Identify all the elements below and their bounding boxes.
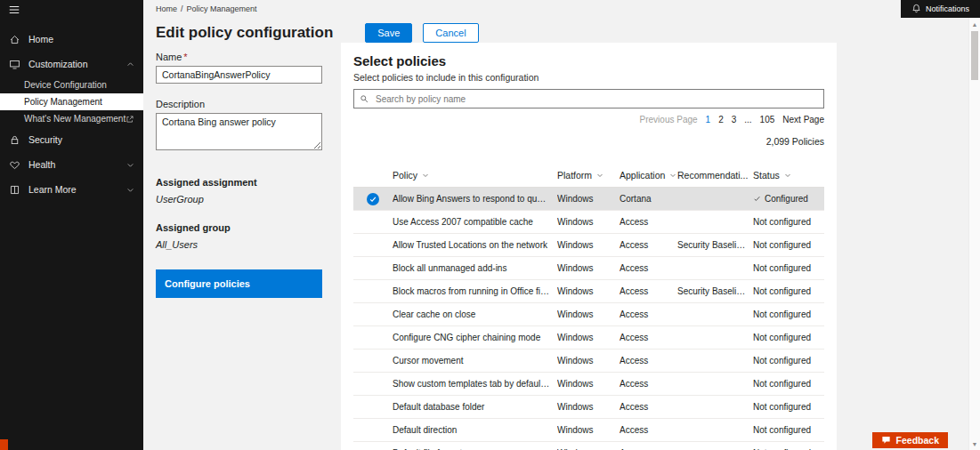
sidebar-item-health[interactable]: Health: [0, 152, 143, 177]
policy-name: Allow Bing Answers to respond to questio…: [393, 194, 557, 204]
page-title: Edit policy configuration: [156, 24, 333, 42]
sidebar-item-label: Learn More: [28, 184, 77, 195]
policy-row[interactable]: Show custom templates tab by default in …: [353, 373, 824, 396]
breadcrumb-separator: /: [181, 4, 183, 13]
column-header-recommendati[interactable]: Recommendati...: [677, 170, 753, 181]
sidebar-item-label: Policy Management: [24, 97, 102, 107]
policy-application: Access: [620, 379, 677, 389]
policy-row[interactable]: Cursor movementWindowsAccessNot configur…: [353, 350, 824, 373]
column-header-policy[interactable]: Policy: [393, 170, 557, 181]
sidebar-item-label: Home: [28, 34, 53, 44]
book-icon: [9, 183, 21, 196]
policy-row[interactable]: Configure CNG cipher chaining modeWindow…: [353, 326, 824, 350]
chevron-up-icon: [126, 60, 134, 68]
policy-name: Show custom templates tab by default in …: [393, 379, 557, 389]
policy-name: Block all unmanaged add-ins: [393, 263, 557, 273]
policy-row[interactable]: Default directionWindowsAccessNot config…: [353, 419, 824, 442]
sidebar-item-what-s-new-management[interactable]: What's New Management: [0, 110, 143, 127]
pagination: Previous Page123...105Next Page: [353, 115, 824, 125]
assigned-group-label: Assigned group: [156, 222, 322, 233]
search-icon: [360, 94, 369, 104]
configure-policies-step[interactable]: Configure policies: [156, 269, 322, 298]
column-header-status[interactable]: Status: [753, 170, 824, 181]
heart-icon: [9, 158, 21, 171]
sidebar-item-security[interactable]: Security: [0, 127, 143, 152]
save-button[interactable]: Save: [365, 23, 412, 43]
pagination-previous[interactable]: Previous Page: [640, 115, 698, 125]
policy-name: Cursor movement: [393, 356, 557, 366]
policy-status: Not configured: [753, 263, 824, 273]
sidebar-item-customization[interactable]: Customization: [0, 52, 143, 76]
cancel-button[interactable]: Cancel: [423, 23, 478, 43]
pagination-page-3[interactable]: 3: [732, 115, 737, 125]
sort-chevron-icon: [669, 172, 676, 179]
assigned-assignment-label: Assigned assignment: [156, 177, 322, 188]
name-label: Name*: [156, 52, 322, 62]
policy-name: Allow Trusted Locations on the network: [393, 240, 557, 250]
policy-recommendation: Security Baseline: [677, 240, 753, 250]
column-header-application[interactable]: Application: [620, 170, 677, 181]
scrollbar-up-arrow-icon[interactable]: ▲: [969, 19, 980, 29]
edit-header: Edit policy configuration Save Cancel: [156, 23, 479, 43]
pagination-page-2[interactable]: 2: [718, 115, 724, 125]
pagination-next[interactable]: Next Page: [782, 115, 824, 125]
policy-application: Access: [620, 240, 677, 250]
sidebar-item-home[interactable]: Home: [0, 27, 143, 52]
sidebar-item-label: Security: [28, 134, 62, 145]
pagination-page-105[interactable]: 105: [760, 115, 775, 125]
policy-name: Default direction: [393, 425, 557, 435]
notifications-button[interactable]: Notifications: [901, 0, 980, 18]
policy-row[interactable]: Block macros from running in Office file…: [353, 280, 824, 303]
sort-chevron-icon: [596, 172, 603, 179]
app-root: HomeCustomizationDevice ConfigurationPol…: [0, 0, 980, 450]
policy-platform: Windows: [557, 379, 620, 389]
configured-check-icon: [753, 195, 761, 203]
bell-icon: [911, 4, 921, 15]
main-content: Edit policy configuration Save Cancel Na…: [143, 18, 969, 450]
policy-platform: Windows: [557, 402, 620, 412]
name-field[interactable]: [156, 66, 322, 84]
policy-platform: Windows: [557, 194, 620, 204]
selected-check-icon: [367, 193, 379, 205]
policy-status: Not configured: [753, 309, 824, 319]
policy-application: Access: [620, 309, 677, 319]
policy-platform: Windows: [557, 217, 620, 227]
table-body: Allow Bing Answers to respond to questio…: [353, 188, 824, 450]
feedback-icon: [881, 435, 891, 446]
policy-name: Clear cache on close: [393, 309, 557, 319]
column-header-platform[interactable]: Platform: [557, 170, 620, 181]
policy-count: 2,099 Policies: [353, 136, 824, 147]
policy-row[interactable]: Default database folderWindowsAccessNot …: [353, 396, 824, 419]
sidebar: HomeCustomizationDevice ConfigurationPol…: [0, 0, 143, 450]
policy-row[interactable]: Allow Trusted Locations on the networkWi…: [353, 234, 824, 257]
sidebar-item-policy-management[interactable]: Policy Management: [0, 93, 143, 110]
sidebar-item-label: Health: [28, 159, 55, 170]
feedback-button[interactable]: Feedback: [872, 432, 948, 448]
policy-status: Not configured: [753, 217, 824, 227]
sidebar-item-device-configuration[interactable]: Device Configuration: [0, 76, 143, 93]
scrollbar-thumb[interactable]: [971, 31, 978, 80]
search-input[interactable]: [374, 93, 818, 105]
sidebar-nav: HomeCustomizationDevice ConfigurationPol…: [0, 20, 143, 202]
policy-row[interactable]: Allow Bing Answers to respond to questio…: [353, 188, 824, 211]
pagination-page-1[interactable]: 1: [706, 115, 711, 125]
sort-chevron-icon: [422, 172, 429, 179]
policy-platform: Windows: [557, 240, 620, 250]
policy-row[interactable]: Block all unmanaged add-insWindowsAccess…: [353, 257, 824, 280]
description-field[interactable]: Cortana Bing answer policy: [156, 113, 322, 150]
policy-name: Use Access 2007 compatible cache: [393, 217, 557, 227]
select-policies-panel: Select policies Select policies to inclu…: [341, 43, 837, 450]
policy-application: Access: [620, 356, 677, 366]
policy-platform: Windows: [557, 333, 620, 342]
hamburger-menu-icon[interactable]: [0, 0, 143, 20]
scrollbar-down-arrow-icon[interactable]: ▼: [969, 438, 980, 449]
row-select-indicator[interactable]: [353, 193, 393, 205]
policy-row[interactable]: Default file formatWindowsAccessNot conf…: [353, 442, 824, 450]
policy-row[interactable]: Clear cache on closeWindowsAccessNot con…: [353, 303, 824, 326]
policy-row[interactable]: Use Access 2007 compatible cacheWindowsA…: [353, 211, 824, 234]
policy-name: Configure CNG cipher chaining mode: [393, 333, 557, 342]
breadcrumb-home-link[interactable]: Home: [156, 4, 177, 13]
sidebar-item-learn-more[interactable]: Learn More: [0, 177, 143, 202]
policy-status: Not configured: [753, 425, 824, 435]
vertical-scrollbar[interactable]: ▲ ▼: [968, 18, 980, 450]
